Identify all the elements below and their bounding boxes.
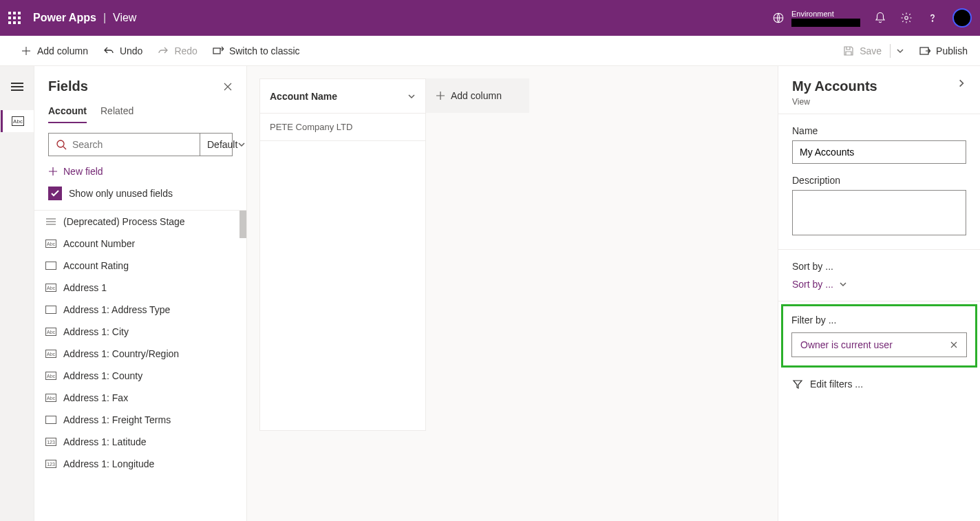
name-input[interactable] (792, 140, 966, 164)
column-header-account-name[interactable]: Account Name (260, 79, 425, 114)
app-launcher-icon[interactable] (8, 12, 21, 24)
environment-selector[interactable]: Environment (772, 9, 860, 27)
sort-by-dropdown[interactable]: Sort by ... (792, 276, 966, 290)
field-list-item-label: Address 1: Latitude (63, 436, 147, 447)
svg-point-1 (905, 17, 908, 20)
filter-chip-owner[interactable]: Owner is current user (791, 332, 967, 357)
view-title: My Accounts (792, 78, 877, 94)
name-description-section: Name Description (778, 114, 980, 250)
add-column-button[interactable]: Add column (21, 45, 88, 56)
field-list-item[interactable]: AbcAddress 1: City (34, 321, 246, 343)
field-list-item[interactable]: Address 1: Address Type (34, 299, 246, 321)
field-list-item-label: Account Rating (63, 260, 129, 271)
search-icon (56, 139, 67, 150)
switch-to-classic-label: Switch to classic (229, 45, 300, 56)
filter-chip-label: Owner is current user (800, 339, 893, 350)
page-name: View (113, 12, 136, 24)
field-list-item[interactable]: 123Address 1: Longitude (34, 453, 246, 475)
sort-by-label: Sort by ... (792, 261, 966, 272)
user-avatar[interactable] (952, 8, 972, 28)
chevron-right-icon[interactable] (957, 78, 966, 88)
field-list-item-label: Account Number (63, 238, 135, 249)
redo-button: Redo (158, 45, 197, 56)
fields-title: Fields (48, 78, 88, 94)
field-list-item[interactable]: AbcAddress 1: Country/Region (34, 343, 246, 365)
rail-menu-toggle[interactable] (1, 76, 34, 98)
chevron-down-icon (839, 280, 847, 288)
sort-by-value: Sort by ... (792, 279, 833, 290)
scrollbar-thumb[interactable] (239, 211, 246, 238)
publish-button[interactable]: Publish (919, 45, 968, 56)
undo-button[interactable]: Undo (103, 45, 142, 56)
box-field-icon (45, 416, 56, 424)
left-rail: Abc (0, 66, 34, 521)
chevron-down-icon (407, 92, 416, 100)
notifications-icon[interactable] (874, 12, 886, 24)
view-canvas: Account Name PETE Company LTD Add column (247, 66, 778, 521)
123-field-icon: 123 (45, 460, 56, 468)
svg-point-2 (932, 21, 933, 21)
rail-fields-button[interactable]: Abc (1, 110, 34, 132)
close-fields-button[interactable] (223, 82, 233, 92)
field-list[interactable]: (Deprecated) Process StageAbcAccount Num… (34, 211, 246, 521)
svg-point-5 (57, 140, 64, 147)
new-field-button[interactable]: New field (34, 156, 246, 177)
show-unused-checkbox[interactable] (48, 187, 62, 200)
field-list-item[interactable]: Address 1: Freight Terms (34, 409, 246, 431)
field-search-input[interactable] (72, 139, 193, 150)
grid-column-card: Account Name PETE Company LTD (259, 78, 426, 431)
add-column-label: Add column (37, 45, 88, 56)
command-bar: Add column Undo Redo Switch to classic S… (0, 36, 980, 66)
grid-empty-space (260, 141, 425, 430)
fields-panel: Fields Account Related Default New field (34, 66, 247, 521)
main-area: Abc Fields Account Related Default (0, 66, 980, 521)
abc-field-icon: Abc (45, 394, 56, 402)
field-list-item-label: Address 1: Longitude (63, 458, 154, 469)
check-icon (50, 189, 60, 198)
abc-field-icon: Abc (45, 372, 56, 380)
svg-rect-3 (213, 48, 220, 54)
edit-filters-button[interactable]: Edit filters ... (778, 370, 980, 398)
sort-section: Sort by ... Sort by ... (778, 250, 980, 301)
field-search-row: Default (48, 133, 233, 156)
show-unused-label: Show only unused fields (69, 188, 173, 199)
description-input[interactable] (792, 190, 966, 235)
list-field-icon (45, 217, 56, 226)
publish-label: Publish (936, 45, 968, 56)
help-icon[interactable] (926, 12, 939, 24)
plus-icon (436, 91, 445, 100)
field-list-item[interactable]: (Deprecated) Process Stage (34, 211, 246, 233)
field-list-item-label: Address 1: Address Type (63, 304, 170, 315)
add-column-chip[interactable]: Add column (426, 78, 529, 113)
tab-account[interactable]: Account (48, 101, 87, 123)
filter-section-highlight: Filter by ... Owner is current user (781, 304, 977, 368)
field-list-item-label: Address 1: Fax (63, 392, 128, 403)
brand-name: Power Apps (33, 12, 96, 24)
field-filter-dropdown[interactable]: Default (200, 134, 253, 156)
switch-to-classic-button[interactable]: Switch to classic (213, 45, 300, 56)
filter-by-label: Filter by ... (791, 315, 967, 326)
new-field-label: New field (63, 166, 103, 177)
field-list-item[interactable]: Account Rating (34, 255, 246, 277)
add-column-chip-label: Add column (451, 90, 502, 101)
field-list-item[interactable]: 123Address 1: Latitude (34, 431, 246, 453)
field-list-item[interactable]: AbcAddress 1: County (34, 365, 246, 387)
brand-title: Power Apps | View (33, 12, 136, 24)
edit-filters-label: Edit filters ... (810, 379, 863, 390)
grid-cell: PETE Company LTD (260, 114, 425, 141)
environment-value (791, 19, 860, 27)
tab-related[interactable]: Related (100, 101, 134, 123)
save-dropdown[interactable] (890, 44, 904, 58)
undo-label: Undo (120, 45, 142, 56)
chevron-down-icon (237, 140, 246, 149)
field-list-item[interactable]: AbcAddress 1 (34, 277, 246, 299)
field-list-item[interactable]: AbcAddress 1: Fax (34, 387, 246, 409)
close-icon[interactable] (950, 341, 958, 349)
abcdef-field-icon: Abc (45, 284, 56, 292)
redo-label: Redo (174, 45, 197, 56)
settings-icon[interactable] (900, 12, 913, 24)
save-label: Save (860, 45, 882, 56)
field-list-item[interactable]: AbcAccount Number (34, 233, 246, 255)
description-label: Description (792, 175, 966, 186)
123-field-icon: 123 (45, 438, 56, 446)
